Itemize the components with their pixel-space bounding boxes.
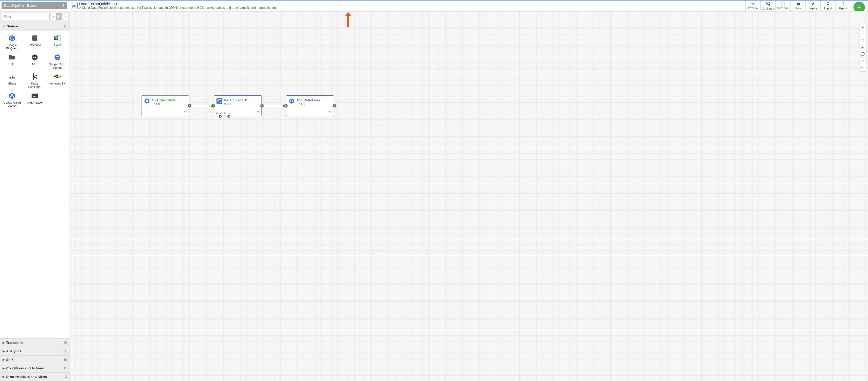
- plugin-excel[interactable]: XExcel: [46, 34, 68, 51]
- plugin-database[interactable]: Database: [24, 34, 46, 51]
- pipeline-type-select[interactable]: Data Pipeline - Batch ▲▼: [2, 2, 67, 9]
- deploy-icon: [811, 2, 815, 6]
- svg-rect-45: [218, 99, 219, 100]
- canvas[interactable]: NYT Best Selle… 0.11.3 ≡ Parsing and Tr……: [70, 11, 868, 381]
- ftp-icon: FTP: [31, 54, 38, 61]
- svg-text:FTP: FTP: [33, 57, 37, 58]
- fit-icon: ⛶: [861, 39, 864, 43]
- schedule-button[interactable]: 🕘Schedule: [775, 1, 790, 11]
- folder-icon: [8, 54, 16, 61]
- svg-rect-44: [216, 98, 222, 104]
- hamburger-icon[interactable]: ≡: [184, 109, 186, 114]
- gcs-icon: [54, 54, 61, 61]
- svg-rect-48: [218, 100, 219, 102]
- list-view-button[interactable]: ≣: [51, 13, 56, 20]
- output-port[interactable]: [188, 104, 191, 107]
- svg-rect-18: [56, 58, 59, 58]
- undo-button[interactable]: ↶: [860, 58, 866, 64]
- node-version: 3.2.3: [224, 103, 251, 106]
- svg-marker-32: [9, 93, 15, 99]
- top-bar: Data Pipeline - Batch ▲▼ ]⊂[ DataFusionQ…: [0, 1, 868, 11]
- plugin-hbase[interactable]: HBase: [1, 72, 23, 90]
- plugin-kafka[interactable]: Kafka Consumer: [24, 72, 46, 90]
- caret-right-icon: ▶: [3, 367, 5, 370]
- pipeline-title[interactable]: DataFusionQuickStart: [79, 2, 743, 6]
- plugin-ftp[interactable]: FTPFTP: [24, 53, 46, 70]
- caret-right-icon: ▶: [3, 350, 5, 353]
- caret-down-icon: ▼: [3, 25, 5, 28]
- zoom-out-button[interactable]: −: [860, 31, 866, 37]
- svg-point-5: [769, 3, 770, 4]
- plus-icon: +: [857, 3, 861, 11]
- s3-icon: S3: [54, 73, 61, 81]
- bigquery-icon: [289, 98, 294, 104]
- error-port[interactable]: [227, 115, 230, 118]
- svg-text:S3: S3: [58, 76, 60, 77]
- sliders-icon: [766, 2, 770, 6]
- view-toggle: ≣ ⊞: [51, 13, 62, 20]
- svg-rect-17: [56, 56, 59, 57]
- redo-button[interactable]: ↷: [860, 64, 866, 71]
- preview-button[interactable]: 👁Preview: [745, 1, 761, 11]
- svg-marker-41: [145, 98, 150, 104]
- plugin-spanner[interactable]: Google Cloud Spanner: [1, 91, 23, 109]
- filter-input[interactable]: [2, 13, 50, 20]
- zoom-in-button[interactable]: +: [860, 24, 866, 31]
- save-button[interactable]: Save: [790, 1, 805, 11]
- output-port[interactable]: [333, 104, 336, 107]
- plugin-s3[interactable]: S3Amazon S3: [46, 72, 68, 90]
- redo-icon: ↷: [861, 66, 864, 70]
- hamburger-icon[interactable]: ≡: [329, 109, 331, 114]
- collapse-sidebar-button[interactable]: «: [63, 13, 68, 20]
- import-icon: [826, 2, 830, 6]
- grid-view-button[interactable]: ⊞: [56, 13, 61, 20]
- deploy-button[interactable]: Deploy: [805, 1, 820, 11]
- plus-icon: +: [862, 25, 864, 29]
- database-icon: [31, 35, 38, 42]
- node-title: NYT Best Selle…: [152, 98, 179, 102]
- transform-category-header[interactable]: ▶Transform 26: [0, 338, 69, 347]
- plugin-sidebar: ≣ ⊞ « ▼Source 11 Google BigQuery Databas…: [0, 11, 70, 381]
- input-port[interactable]: [212, 104, 215, 107]
- plugin-file[interactable]: File: [1, 53, 23, 70]
- hbase-icon: [8, 73, 16, 81]
- source-category-header[interactable]: ▼Source 11: [0, 22, 69, 31]
- svg-point-3: [766, 3, 767, 4]
- node-source[interactable]: NYT Best Selle… 0.11.3 ≡: [141, 95, 189, 116]
- xml-icon: XML: [31, 92, 38, 99]
- node-transform[interactable]: Parsing and Tr… 3.2.3 Alert Error ≡: [214, 95, 262, 116]
- import-button[interactable]: Import: [820, 1, 835, 11]
- node-version: 0.11.3: [297, 103, 324, 106]
- pipeline-description[interactable]: A Cloud Data Fusion pipeline that reads …: [79, 6, 281, 9]
- svg-point-4: [768, 4, 769, 5]
- plugin-gcs[interactable]: Google Cloud Storage: [46, 53, 68, 70]
- input-port[interactable]: [284, 104, 288, 107]
- alert-port-label: Alert: [216, 112, 222, 115]
- conditions-category-header[interactable]: ▶Conditions and Actions 11: [0, 364, 69, 373]
- svg-marker-6: [9, 35, 15, 41]
- svg-marker-50: [289, 98, 294, 104]
- fit-screen-button[interactable]: ⛶: [860, 37, 866, 44]
- configure-button[interactable]: Configure: [761, 1, 775, 11]
- svg-rect-43: [146, 101, 148, 102]
- hamburger-icon[interactable]: ≡: [256, 109, 259, 114]
- export-button[interactable]: Export: [835, 1, 850, 11]
- auto-layout-button[interactable]: ✦: [860, 44, 866, 51]
- output-port[interactable]: [260, 104, 264, 107]
- toolbar: 👁Preview Configure 🕘Schedule Save Deploy…: [745, 1, 850, 11]
- svg-rect-49: [220, 102, 221, 103]
- analytics-category-header[interactable]: ▶Analytics 5: [0, 347, 69, 355]
- svg-rect-29: [56, 76, 58, 78]
- plugin-xml[interactable]: XMLXML Reader: [24, 91, 46, 109]
- svg-rect-42: [146, 100, 148, 101]
- svg-rect-27: [54, 75, 56, 77]
- plugin-bigquery[interactable]: Google BigQuery: [1, 34, 23, 51]
- node-title: Parsing and Tr…: [224, 98, 251, 102]
- clock-icon: 🕘: [781, 2, 785, 6]
- sink-category-header[interactable]: ▶Sink 10: [0, 355, 69, 364]
- node-sink[interactable]: Top Rated Inex… 0.11.3 ≡: [286, 95, 334, 116]
- edge: [263, 106, 285, 106]
- errors-category-header[interactable]: ▶Error Handlers and Alerts 3: [0, 373, 69, 381]
- alert-port[interactable]: [219, 115, 222, 118]
- comments-button[interactable]: 💬: [860, 51, 866, 58]
